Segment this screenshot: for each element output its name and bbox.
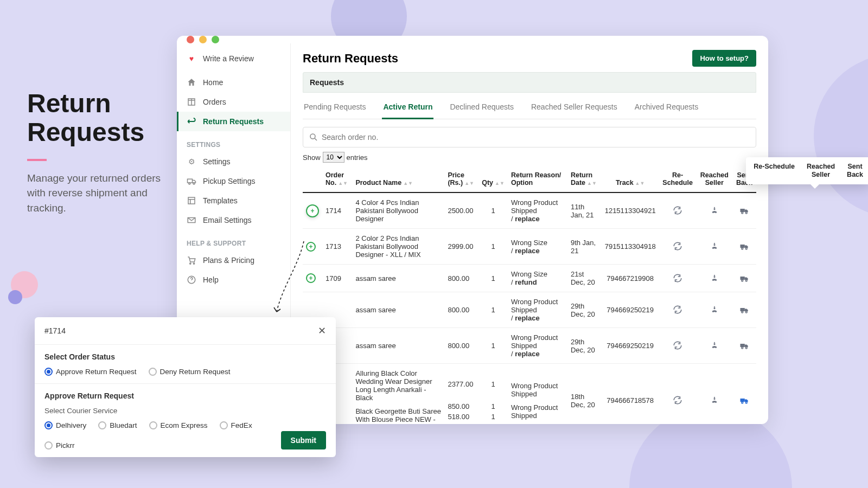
sidebar-item-pickup-settings[interactable]: Pickup Settings	[177, 171, 290, 191]
tab-reached-seller[interactable]: Reached Seller Requests	[530, 99, 618, 119]
reached-seller-icon[interactable]	[709, 304, 720, 316]
svg-point-6	[193, 263, 194, 264]
sent-back-icon[interactable]	[738, 339, 750, 351]
cell-product: assam saree	[352, 265, 444, 292]
col-qty[interactable]: Qty▲▼	[478, 166, 508, 192]
return-icon	[187, 117, 196, 126]
reached-seller-icon[interactable]	[709, 339, 720, 351]
radio-courier-fedex[interactable]: FedEx	[220, 421, 252, 429]
cell-reason: Wrong Product Shipped/ replace	[511, 198, 564, 223]
radio-courier-pickrr[interactable]: Pickrr	[44, 441, 75, 450]
cell-qty: 1	[478, 292, 508, 328]
cart-icon	[187, 255, 196, 265]
radio-courier-ecom-express[interactable]: Ecom Express	[149, 421, 208, 429]
cell-track: 794669250219	[602, 328, 659, 364]
cell-track: 794669250219	[602, 292, 659, 328]
sidebar-item-email-settings[interactable]: Email Settings	[177, 210, 290, 230]
requests-table: Order No.▲▼ Product Name▲▼ Price (Rs.)▲▼…	[303, 166, 756, 424]
reschedule-icon[interactable]	[672, 394, 684, 406]
window-close-icon[interactable]	[187, 36, 194, 43]
sidebar-item-settings[interactable]: ⚙ Settings	[177, 152, 290, 171]
sent-back-icon[interactable]	[738, 394, 750, 406]
entries-select[interactable]: 10	[323, 152, 344, 163]
sidebar-write-review[interactable]: ♥ Write a Review	[177, 49, 290, 68]
sidebar-item-home[interactable]: Home	[177, 73, 290, 92]
col-product[interactable]: Product Name▲▼	[352, 166, 444, 192]
reached-seller-icon[interactable]	[709, 394, 720, 406]
approve-heading: Approve Return Request	[44, 391, 326, 400]
svg-rect-0	[188, 179, 193, 183]
table-row: + 1714 4 Color 4 Pcs Indian Pakistani Bo…	[303, 192, 756, 229]
reschedule-icon[interactable]	[672, 339, 684, 351]
radio-courier-bluedart[interactable]: Bluedart	[98, 421, 137, 429]
reached-seller-icon[interactable]	[709, 272, 720, 284]
tab-pending[interactable]: Pending Requests	[303, 99, 367, 119]
truck-icon	[187, 176, 196, 186]
table-row: + 1713 2 Color 2 Pcs Indian Pakistani Bo…	[303, 229, 756, 265]
svg-point-25	[713, 343, 715, 345]
sidebar-item-label: Templates	[203, 196, 238, 205]
col-price[interactable]: Price (Rs.)▲▼	[444, 166, 478, 192]
modal-title: #1714	[44, 326, 66, 335]
sent-back-icon[interactable]	[738, 240, 750, 252]
radio-approve[interactable]: Approve Return Request	[44, 368, 137, 376]
cell-date: 21st Dec, 20	[567, 265, 602, 292]
tooltip-reached: ReachedSeller	[807, 163, 835, 179]
svg-point-8	[310, 134, 315, 139]
svg-point-32	[745, 402, 747, 403]
col-reason[interactable]: Return Reason/ Option	[508, 166, 567, 192]
cell-qty: 1	[478, 192, 508, 229]
reschedule-icon[interactable]	[672, 272, 684, 284]
tab-declined[interactable]: Declined Requests	[449, 99, 515, 119]
window-maximize-icon[interactable]	[212, 36, 219, 43]
sidebar-item-templates[interactable]: Templates	[177, 191, 290, 210]
close-icon[interactable]: ✕	[318, 325, 326, 337]
mail-icon	[187, 215, 196, 225]
how-to-setup-button[interactable]: How to setup?	[692, 50, 756, 67]
table-row: assam saree 800.00 1 Wrong Product Shipp…	[303, 328, 756, 364]
svg-point-29	[713, 398, 715, 400]
expand-row-icon[interactable]: +	[306, 204, 319, 217]
cell-qty: 111	[478, 364, 508, 425]
sidebar-section-settings: SETTINGS	[177, 131, 290, 152]
sent-back-icon[interactable]	[738, 272, 750, 284]
sidebar-item-plans[interactable]: Plans & Pricing	[177, 251, 290, 270]
svg-point-9	[713, 208, 715, 210]
sidebar-item-help[interactable]: Help	[177, 270, 290, 290]
window-minimize-icon[interactable]	[199, 36, 207, 43]
col-track[interactable]: Track▲▼	[602, 166, 659, 192]
table-row: assam saree 800.00 1 Wrong Product Shipp…	[303, 292, 756, 328]
reschedule-icon[interactable]	[672, 304, 684, 316]
expand-row-icon[interactable]: +	[306, 242, 316, 252]
heart-icon: ♥	[187, 54, 196, 63]
col-date[interactable]: Return Date▲▼	[567, 166, 602, 192]
expand-row-icon[interactable]: +	[306, 273, 316, 283]
submit-button[interactable]: Submit	[281, 431, 326, 450]
sidebar-item-return-requests[interactable]: Return Requests	[177, 112, 290, 131]
search-bar[interactable]	[303, 127, 756, 147]
sent-back-icon[interactable]	[738, 304, 750, 316]
cell-qty: 1	[478, 229, 508, 265]
tab-active-return[interactable]: Active Return	[382, 99, 433, 119]
col-reschedule: Re-Schedule	[659, 166, 697, 192]
search-input[interactable]	[318, 131, 750, 144]
tab-archived[interactable]: Archived Requests	[634, 99, 700, 119]
help-icon	[187, 275, 196, 285]
col-order[interactable]: Order No.▲▼	[322, 166, 352, 192]
reschedule-icon[interactable]	[672, 204, 684, 216]
reschedule-icon[interactable]	[672, 240, 684, 252]
radio-courier-delhivery[interactable]: Delhivery	[44, 421, 86, 429]
entries-label: entries	[347, 153, 368, 162]
sent-back-icon[interactable]	[738, 204, 750, 216]
page-title: Return Requests	[303, 52, 398, 66]
svg-point-12	[745, 212, 747, 214]
order-detail-modal: #1714 ✕ Select Order Status Approve Retu…	[35, 317, 336, 457]
reached-seller-icon[interactable]	[709, 204, 720, 216]
sidebar-item-orders[interactable]: Orders	[177, 92, 290, 112]
sidebar-item-label: Return Requests	[203, 117, 264, 126]
entries-selector: Show 10 entries	[303, 152, 756, 163]
home-icon	[187, 78, 196, 87]
reached-seller-icon[interactable]	[709, 240, 720, 252]
radio-deny[interactable]: Deny Return Request	[149, 368, 231, 376]
search-icon	[309, 132, 318, 142]
